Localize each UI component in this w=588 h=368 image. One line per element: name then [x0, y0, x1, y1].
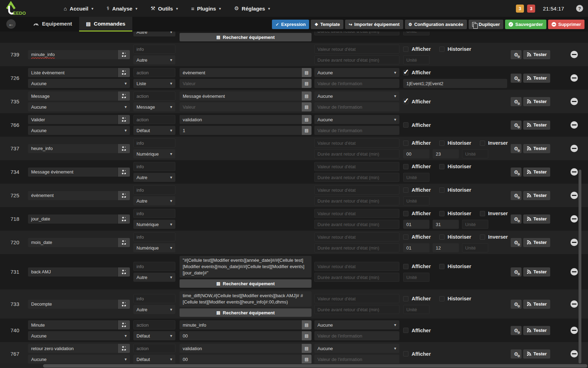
configuration-button[interactable]: ⚙⚙ [511, 300, 522, 309]
min-value-input[interactable]: 01 [403, 243, 429, 252]
afficher-checkbox[interactable]: Afficher [403, 296, 431, 301]
min-value-input[interactable]: 01 [403, 220, 429, 229]
command-value-input[interactable]: minute_info [180, 320, 301, 329]
duree-retour-field[interactable]: Durée avant retour d'état (min) [314, 243, 399, 252]
advanced-config-button[interactable]: ⚙ Configuration avancée [405, 20, 467, 29]
linked-info-select[interactable]: Aucune [28, 102, 130, 111]
command-subtype-select[interactable]: Autre [133, 273, 175, 282]
inverser-checkbox[interactable]: Inverser [480, 140, 508, 146]
tester-button[interactable]: Tester [523, 214, 550, 224]
delete-button[interactable]: Supprimer [548, 20, 584, 29]
unite-field[interactable]: Unité [462, 149, 488, 158]
list-button[interactable]: ▤ [302, 68, 312, 77]
command-subtype-select[interactable]: Autre [133, 305, 175, 314]
list-button[interactable]: ▤ [302, 102, 312, 111]
back-button[interactable]: ← [6, 19, 16, 29]
menu-accueil[interactable]: ⌂ Accueil ▾ [64, 5, 93, 12]
command-value2-input[interactable]: Valeur [180, 79, 301, 88]
tab-equipement[interactable]: Equipement [26, 17, 79, 32]
unite-field[interactable]: Unité [403, 273, 429, 282]
help-icon[interactable]: ? [576, 5, 583, 12]
remove-command-button[interactable] [570, 215, 578, 223]
inverser-checkbox[interactable]: Inverser [480, 234, 508, 240]
configuration-button[interactable]: ⚙⚙ [511, 50, 522, 59]
command-value2-input[interactable]: Valeur [180, 102, 301, 111]
command-name-input[interactable]: évènement [28, 191, 118, 200]
remove-command-button[interactable] [570, 350, 578, 357]
tester-button[interactable]: Tester [523, 300, 550, 309]
max-value-input[interactable]: 31 [433, 220, 459, 229]
command-name-input[interactable]: jour_date [28, 214, 118, 224]
command-subtype-select[interactable]: Autre [133, 32, 175, 36]
configuration-button[interactable]: ⚙⚙ [511, 191, 522, 200]
command-name-input[interactable]: Decompte [28, 300, 118, 309]
danger-badge[interactable]: 3 [527, 5, 535, 13]
command-subtype-select[interactable]: Défaut [133, 355, 175, 364]
unite-field[interactable]: Unité [403, 32, 429, 35]
list-button[interactable]: ▤ [302, 331, 312, 340]
tester-button[interactable]: Tester [523, 326, 550, 335]
command-value2-input[interactable]: 00 [180, 331, 301, 340]
historiser-checkbox[interactable]: Historiser [439, 187, 471, 193]
command-subtype-select[interactable]: Autre [133, 173, 175, 182]
tester-button[interactable]: Tester [523, 121, 550, 130]
list-button[interactable]: ▤ [302, 320, 312, 329]
command-name-input[interactable]: Message [28, 91, 118, 101]
valeur-retour-field[interactable]: Valeur retour d'état [314, 209, 399, 218]
list-button[interactable]: ▤ [302, 355, 312, 364]
icon-picker-button[interactable] [118, 168, 130, 177]
historiser-checkbox[interactable]: Historiser [439, 46, 471, 52]
command-subtype-select[interactable]: Défaut [133, 126, 175, 135]
menu-outils[interactable]: ⚒ Outils ▾ [150, 5, 178, 12]
afficher-checkbox[interactable]: Afficher [403, 46, 431, 52]
historiser-checkbox[interactable]: Historiser [439, 264, 471, 269]
retour-etat-select[interactable]: Aucune [314, 68, 399, 77]
historiser-checkbox[interactable]: Historiser [439, 211, 471, 216]
linked-info-select[interactable]: Aucune [28, 355, 130, 364]
command-formula-textarea[interactable]: time_diff(NOW,#[Cellule test][Modifier e… [180, 291, 312, 307]
unite-field[interactable]: Unité [403, 55, 429, 64]
command-subtype-select[interactable]: Défaut [133, 331, 175, 340]
icon-picker-button[interactable] [118, 115, 130, 124]
afficher-checkbox[interactable]: Afficher [403, 70, 431, 75]
retour-etat-select[interactable]: Aucune [314, 115, 399, 124]
command-name-input[interactable]: Liste évènement [28, 68, 118, 77]
tester-button[interactable]: Tester [523, 238, 550, 247]
valeur-information-field[interactable]: Valeur de l'information [314, 79, 399, 88]
list-button[interactable]: ▤ [302, 91, 312, 101]
configuration-button[interactable]: ⚙⚙ [511, 144, 522, 153]
tester-button[interactable]: Tester [523, 50, 550, 59]
menu-analyse[interactable]: ⚕ Analyse ▾ [106, 5, 137, 12]
icon-picker-button[interactable] [118, 144, 130, 153]
remove-command-button[interactable] [570, 239, 578, 246]
command-subtype-select[interactable]: Numérique [133, 149, 175, 158]
expression-button[interactable]: ✓ Expression [272, 20, 309, 29]
menu-plugins[interactable]: ≡ Plugins ▾ [191, 5, 221, 12]
command-value2-input[interactable]: 1 [180, 126, 301, 135]
afficher-checkbox[interactable]: Afficher [403, 211, 431, 216]
tester-button[interactable]: Tester [523, 267, 550, 277]
icon-picker-button[interactable] [118, 214, 130, 224]
valeur-retour-field[interactable]: Valeur retour d'état [314, 185, 399, 195]
configuration-button[interactable]: ⚙⚙ [511, 121, 522, 130]
remove-command-button[interactable] [570, 327, 578, 334]
linked-info-select[interactable]: Aucune [28, 331, 130, 340]
valeur-retour-field[interactable]: Valeur retour d'état [314, 262, 399, 271]
afficher-checkbox[interactable]: Afficher [403, 328, 431, 333]
icon-picker-button[interactable] [118, 344, 130, 353]
configuration-button[interactable]: ⚙⚙ [511, 74, 522, 83]
import-equipment-button[interactable]: ↪ Importer équipement [345, 20, 403, 29]
search-equipment-button[interactable]: ▤Rechercher équipement [180, 308, 312, 317]
duree-retour-field[interactable]: Durée avant retour d'état (min) [314, 173, 399, 182]
command-name-input[interactable]: Message évènement [28, 168, 118, 177]
tab-commandes[interactable]: ▤ Commandes [79, 17, 132, 32]
icon-picker-button[interactable] [118, 191, 130, 200]
unite-field[interactable]: Unité [462, 243, 488, 252]
horizontal-scrollbar-track[interactable] [0, 363, 588, 368]
command-subtype-select[interactable]: Autre [133, 196, 175, 205]
afficher-checkbox[interactable]: Afficher [403, 122, 431, 128]
retour-etat-select[interactable]: Aucune [314, 91, 399, 101]
configuration-button[interactable]: ⚙⚙ [511, 97, 522, 106]
command-name-input[interactable]: minute_info [28, 50, 118, 59]
remove-command-button[interactable] [570, 300, 578, 308]
